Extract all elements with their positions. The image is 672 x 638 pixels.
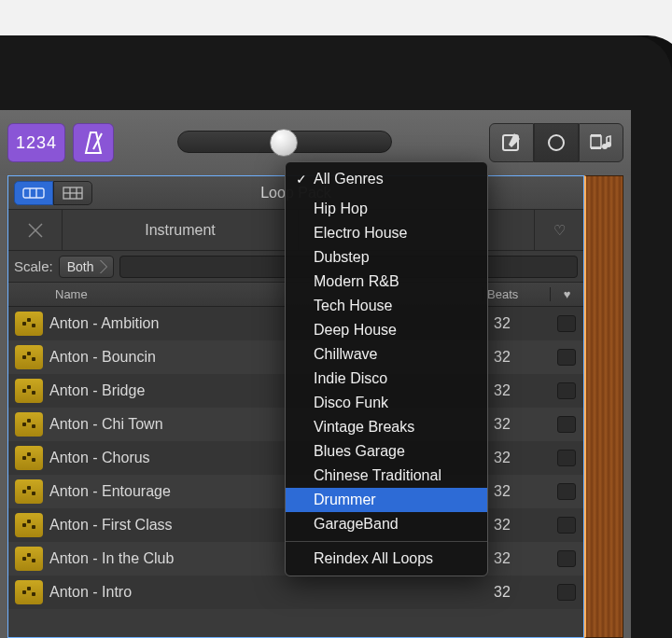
tab-favorites[interactable]: ♡ [535, 210, 583, 250]
loop-beats: 32 [490, 584, 557, 601]
svg-point-7 [606, 142, 611, 147]
svg-rect-4 [591, 134, 601, 136]
loop-audio-icon [15, 345, 43, 369]
menu-item[interactable]: Blues Garage [286, 439, 487, 464]
favorite-checkbox[interactable] [557, 349, 576, 366]
scale-value: Both [67, 259, 94, 274]
favorite-checkbox[interactable] [557, 450, 576, 466]
svg-rect-5 [591, 147, 601, 149]
menu-separator [286, 541, 487, 542]
close-icon [27, 222, 44, 239]
header-favorite[interactable]: ♥ [550, 287, 583, 301]
menu-item[interactable]: Indie Disco [286, 367, 487, 391]
menu-item[interactable]: Disco Funk [286, 391, 487, 415]
menu-item[interactable]: GarageBand [286, 512, 487, 536]
loop-beats: 32 [490, 517, 557, 534]
heart-icon: ♥ [564, 287, 571, 301]
loop-name: Anton - Intro [49, 584, 490, 601]
scale-label: Scale: [14, 258, 53, 274]
menu-item-reindex[interactable]: Reindex All Loops [286, 547, 487, 571]
reset-filter-button[interactable] [8, 210, 63, 250]
menu-item[interactable]: Dubstep [286, 245, 487, 270]
loop-audio-icon [15, 547, 43, 571]
favorite-checkbox[interactable] [557, 517, 576, 534]
media-browser-button[interactable] [579, 123, 623, 162]
menu-item[interactable]: Vintage Breaks [286, 415, 487, 439]
menu-item[interactable]: Hip Hop [286, 197, 487, 221]
loop-audio-icon [15, 379, 43, 403]
loop-beats: 32 [490, 450, 557, 466]
tab-instrument[interactable]: Instrument [63, 210, 299, 250]
loop-beats: 32 [490, 483, 557, 500]
count-in-button[interactable]: 1234 [7, 123, 65, 162]
loop-beats: 32 [490, 349, 557, 366]
favorite-checkbox[interactable] [557, 416, 576, 433]
loop-audio-icon [15, 446, 43, 470]
side-wood-panel [584, 175, 623, 638]
menu-item[interactable]: Tech House [286, 294, 487, 318]
loop-beats: 32 [490, 550, 557, 567]
menu-item[interactable]: Chillwave [286, 342, 487, 367]
menu-item[interactable]: Electro House [286, 221, 487, 245]
loop-audio-icon [15, 312, 43, 336]
note-pad-icon [501, 132, 522, 153]
right-tool-group [489, 123, 623, 162]
header-beats[interactable]: Beats [483, 287, 550, 301]
master-volume-slider[interactable] [177, 131, 392, 153]
media-icon [590, 132, 612, 153]
favorite-checkbox[interactable] [557, 550, 576, 567]
menu-item[interactable]: All Genres [286, 167, 487, 191]
loop-audio-icon [15, 412, 43, 437]
table-row[interactable]: Anton - Intro32 [8, 576, 583, 609]
scale-select[interactable]: Both [59, 256, 114, 278]
favorite-checkbox[interactable] [557, 315, 576, 332]
svg-point-2 [549, 135, 564, 150]
svg-rect-3 [591, 136, 601, 147]
loop-beats: 32 [490, 382, 557, 399]
favorite-checkbox[interactable] [557, 584, 576, 601]
menu-item[interactable]: Chinese Traditional [286, 464, 487, 488]
metronome-button[interactable] [73, 123, 114, 162]
loop-audio-icon [15, 580, 43, 604]
menu-item[interactable]: Modern R&B [286, 270, 487, 294]
loop-beats: 32 [490, 416, 557, 433]
metronome-icon [82, 131, 105, 155]
menu-item[interactable]: Deep House [286, 318, 487, 342]
loop-audio-icon [15, 513, 43, 537]
slider-thumb[interactable] [270, 129, 298, 157]
menu-item[interactable]: Drummer [286, 488, 487, 512]
favorite-checkbox[interactable] [557, 382, 576, 399]
loop-icon [546, 132, 567, 153]
favorite-checkbox[interactable] [557, 483, 576, 500]
loop-beats: 32 [490, 315, 557, 332]
loop-audio-icon [15, 479, 43, 504]
editor-button[interactable] [489, 123, 534, 162]
loop-browser-button[interactable] [534, 123, 579, 162]
heart-icon: ♡ [553, 222, 566, 239]
genre-dropdown-menu: All GenresHip HopElectro HouseDubstepMod… [285, 161, 488, 576]
